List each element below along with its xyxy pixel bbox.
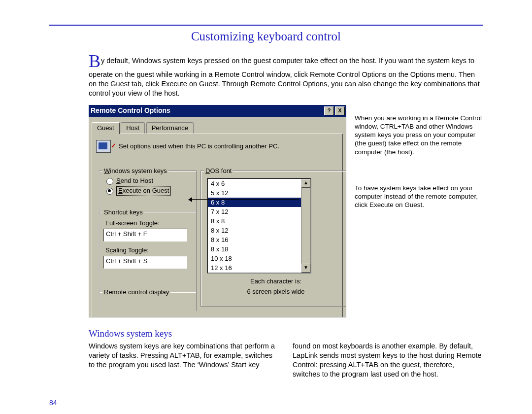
- list-item[interactable]: 4 x 6: [208, 179, 310, 188]
- red-check-icon: ✓: [111, 142, 116, 150]
- fullscreen-toggle-label: Full-screen Toggle:: [105, 219, 192, 228]
- group-label-dos: DOS font: [204, 167, 233, 175]
- group-label-syskeys: Windows system keys: [102, 167, 168, 175]
- scroll-up-button[interactable]: ▲: [301, 179, 310, 188]
- body-columns: Windows system keys are key combinations…: [89, 342, 483, 379]
- intro-paragraph: By default, Windows system keys pressed …: [89, 52, 483, 98]
- list-item[interactable]: 7 x 12: [208, 207, 310, 216]
- list-item[interactable]: 10 x 18: [208, 254, 310, 263]
- dialog-title: Remote Control Options: [91, 106, 170, 115]
- list-item[interactable]: 8 x 12: [208, 226, 310, 235]
- dialog-titlebar: Remote Control Options ? X: [89, 105, 346, 117]
- dos-footer-1: Each character is:: [209, 277, 343, 286]
- group-label-remote: Remote control display: [102, 288, 170, 297]
- tab-body: Set options used when this PC is control…: [92, 134, 343, 317]
- titlebar-close-button[interactable]: X: [335, 106, 345, 115]
- radio-label-guest: Execute on Guest: [116, 186, 171, 196]
- scaling-toggle-input[interactable]: Ctrl + Shift + S: [103, 256, 187, 269]
- tabs: Guest Host Performance: [92, 122, 346, 134]
- fullscreen-toggle-input[interactable]: Ctrl + Shift + F: [103, 229, 187, 242]
- list-item[interactable]: 8 x 8: [208, 216, 310, 226]
- tab-guest[interactable]: Guest: [92, 122, 120, 135]
- radio-label-host: Send to Host: [116, 177, 153, 185]
- annotation-execute-on-guest: To have system keys take effect on your …: [355, 184, 485, 209]
- titlebar-help-button[interactable]: ?: [324, 106, 334, 115]
- group-label-shortcut: Shortcut keys: [102, 208, 144, 217]
- scaling-toggle-label: Scaling Toggle:: [105, 246, 192, 255]
- pc-icon: [96, 140, 111, 153]
- tab-host[interactable]: Host: [121, 122, 145, 135]
- group-windows-system-keys: Windows system keys Send to Host Execute…: [99, 171, 197, 213]
- dos-footer-2: 6 screen pixels wide: [209, 288, 343, 296]
- list-item[interactable]: 5 x 12: [208, 188, 310, 198]
- column-2: found on most keyboards is another examp…: [293, 342, 483, 379]
- tab-performance[interactable]: Performance: [146, 122, 194, 135]
- dos-font-listbox[interactable]: 4 x 6 5 x 12 6 x 8 7 x 12 8 x 8 8 x 12 8…: [207, 178, 311, 274]
- list-item[interactable]: 8 x 18: [208, 244, 310, 254]
- list-item[interactable]: 8 x 16: [208, 235, 310, 244]
- tab-description: Set options used when this PC is control…: [119, 142, 279, 151]
- page-title: Customizing keyboard control: [49, 30, 483, 43]
- page-number: 84: [49, 399, 483, 407]
- group-remote-control-display: Remote control display: [99, 292, 197, 311]
- top-rule: [49, 25, 483, 26]
- annotation-guest-host: When you are working in a Remote Control…: [355, 114, 485, 156]
- pointer-arrow: [192, 199, 299, 200]
- group-shortcut-keys: Shortcut keys Full-screen Toggle: Ctrl +…: [99, 212, 197, 293]
- dropcap: B: [89, 52, 100, 70]
- list-item[interactable]: 12 x 16: [208, 263, 310, 273]
- listbox-scrollbar[interactable]: ▲ ▼: [301, 179, 310, 273]
- column-1: Windows system keys are key combinations…: [89, 342, 279, 379]
- radio-execute-on-guest[interactable]: [106, 188, 113, 195]
- intro-text: y default, Windows system keys pressed o…: [89, 57, 480, 97]
- scroll-down-button[interactable]: ▼: [301, 264, 310, 273]
- remote-control-options-dialog: Remote Control Options ? X Guest Host Pe…: [89, 105, 346, 317]
- subheading-windows-system-keys: Windows system keys: [89, 328, 483, 340]
- radio-send-to-host[interactable]: [106, 178, 113, 185]
- group-dos-font: DOS font 4 x 6 5 x 12 6 x 8 7 x 12 8 x 8…: [200, 171, 346, 307]
